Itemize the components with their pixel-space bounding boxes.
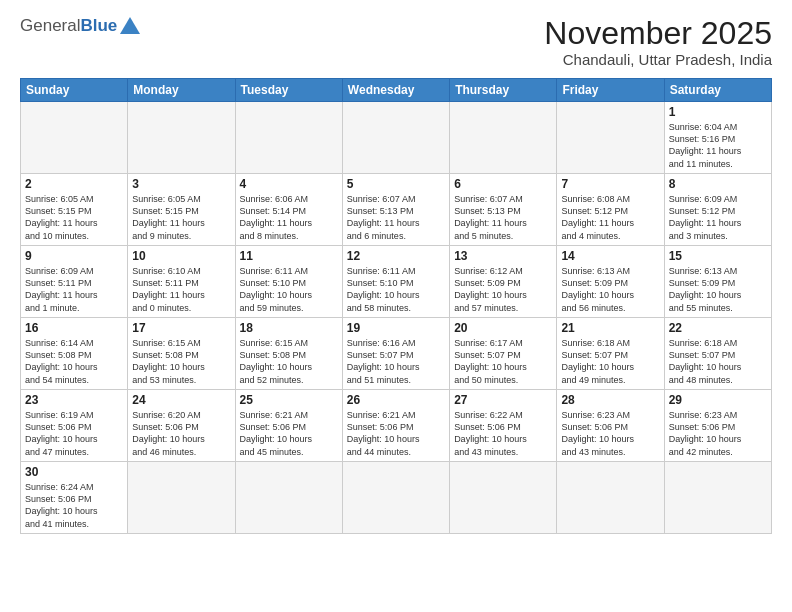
table-row: 12Sunrise: 6:11 AM Sunset: 5:10 PM Dayli… [342, 246, 449, 318]
day-info: Sunrise: 6:08 AM Sunset: 5:12 PM Dayligh… [561, 193, 659, 242]
day-number: 12 [347, 249, 445, 263]
day-number: 1 [669, 105, 767, 119]
day-info: Sunrise: 6:20 AM Sunset: 5:06 PM Dayligh… [132, 409, 230, 458]
calendar-row: 16Sunrise: 6:14 AM Sunset: 5:08 PM Dayli… [21, 318, 772, 390]
table-row: 17Sunrise: 6:15 AM Sunset: 5:08 PM Dayli… [128, 318, 235, 390]
day-info: Sunrise: 6:21 AM Sunset: 5:06 PM Dayligh… [240, 409, 338, 458]
calendar-row: 30Sunrise: 6:24 AM Sunset: 5:06 PM Dayli… [21, 462, 772, 534]
day-number: 17 [132, 321, 230, 335]
table-row: 21Sunrise: 6:18 AM Sunset: 5:07 PM Dayli… [557, 318, 664, 390]
day-number: 2 [25, 177, 123, 191]
table-row: 11Sunrise: 6:11 AM Sunset: 5:10 PM Dayli… [235, 246, 342, 318]
table-row: 24Sunrise: 6:20 AM Sunset: 5:06 PM Dayli… [128, 390, 235, 462]
day-info: Sunrise: 6:07 AM Sunset: 5:13 PM Dayligh… [454, 193, 552, 242]
table-row: 26Sunrise: 6:21 AM Sunset: 5:06 PM Dayli… [342, 390, 449, 462]
day-info: Sunrise: 6:18 AM Sunset: 5:07 PM Dayligh… [561, 337, 659, 386]
day-info: Sunrise: 6:19 AM Sunset: 5:06 PM Dayligh… [25, 409, 123, 458]
table-row [235, 462, 342, 534]
table-row: 6Sunrise: 6:07 AM Sunset: 5:13 PM Daylig… [450, 174, 557, 246]
day-number: 20 [454, 321, 552, 335]
day-info: Sunrise: 6:21 AM Sunset: 5:06 PM Dayligh… [347, 409, 445, 458]
day-info: Sunrise: 6:17 AM Sunset: 5:07 PM Dayligh… [454, 337, 552, 386]
day-number: 13 [454, 249, 552, 263]
day-info: Sunrise: 6:06 AM Sunset: 5:14 PM Dayligh… [240, 193, 338, 242]
day-info: Sunrise: 6:13 AM Sunset: 5:09 PM Dayligh… [669, 265, 767, 314]
day-number: 25 [240, 393, 338, 407]
day-info: Sunrise: 6:09 AM Sunset: 5:11 PM Dayligh… [25, 265, 123, 314]
table-row [128, 462, 235, 534]
header-saturday: Saturday [664, 79, 771, 102]
day-number: 4 [240, 177, 338, 191]
day-number: 8 [669, 177, 767, 191]
calendar-table: Sunday Monday Tuesday Wednesday Thursday… [20, 78, 772, 534]
table-row: 2Sunrise: 6:05 AM Sunset: 5:15 PM Daylig… [21, 174, 128, 246]
table-row: 7Sunrise: 6:08 AM Sunset: 5:12 PM Daylig… [557, 174, 664, 246]
table-row [21, 102, 128, 174]
table-row: 29Sunrise: 6:23 AM Sunset: 5:06 PM Dayli… [664, 390, 771, 462]
calendar-subtitle: Chandauli, Uttar Pradesh, India [544, 51, 772, 68]
day-number: 7 [561, 177, 659, 191]
calendar-row: 23Sunrise: 6:19 AM Sunset: 5:06 PM Dayli… [21, 390, 772, 462]
header-friday: Friday [557, 79, 664, 102]
table-row: 27Sunrise: 6:22 AM Sunset: 5:06 PM Dayli… [450, 390, 557, 462]
header-monday: Monday [128, 79, 235, 102]
day-number: 18 [240, 321, 338, 335]
day-number: 10 [132, 249, 230, 263]
weekday-header-row: Sunday Monday Tuesday Wednesday Thursday… [21, 79, 772, 102]
table-row [128, 102, 235, 174]
day-info: Sunrise: 6:16 AM Sunset: 5:07 PM Dayligh… [347, 337, 445, 386]
day-info: Sunrise: 6:04 AM Sunset: 5:16 PM Dayligh… [669, 121, 767, 170]
table-row: 25Sunrise: 6:21 AM Sunset: 5:06 PM Dayli… [235, 390, 342, 462]
day-info: Sunrise: 6:23 AM Sunset: 5:06 PM Dayligh… [669, 409, 767, 458]
day-info: Sunrise: 6:09 AM Sunset: 5:12 PM Dayligh… [669, 193, 767, 242]
day-info: Sunrise: 6:07 AM Sunset: 5:13 PM Dayligh… [347, 193, 445, 242]
day-number: 22 [669, 321, 767, 335]
table-row: 28Sunrise: 6:23 AM Sunset: 5:06 PM Dayli… [557, 390, 664, 462]
logo: General Blue [20, 16, 140, 36]
day-number: 29 [669, 393, 767, 407]
table-row [450, 462, 557, 534]
day-number: 24 [132, 393, 230, 407]
day-number: 6 [454, 177, 552, 191]
logo-text: General Blue [20, 16, 140, 36]
table-row: 23Sunrise: 6:19 AM Sunset: 5:06 PM Dayli… [21, 390, 128, 462]
header-sunday: Sunday [21, 79, 128, 102]
header: General Blue November 2025 Chandauli, Ut… [20, 16, 772, 68]
table-row: 1Sunrise: 6:04 AM Sunset: 5:16 PM Daylig… [664, 102, 771, 174]
logo-blue: Blue [80, 16, 117, 36]
table-row: 9Sunrise: 6:09 AM Sunset: 5:11 PM Daylig… [21, 246, 128, 318]
day-number: 26 [347, 393, 445, 407]
calendar-row: 2Sunrise: 6:05 AM Sunset: 5:15 PM Daylig… [21, 174, 772, 246]
day-info: Sunrise: 6:11 AM Sunset: 5:10 PM Dayligh… [240, 265, 338, 314]
day-number: 14 [561, 249, 659, 263]
table-row [450, 102, 557, 174]
logo-general: General [20, 16, 80, 36]
table-row [342, 462, 449, 534]
table-row [235, 102, 342, 174]
day-info: Sunrise: 6:22 AM Sunset: 5:06 PM Dayligh… [454, 409, 552, 458]
day-info: Sunrise: 6:15 AM Sunset: 5:08 PM Dayligh… [132, 337, 230, 386]
day-number: 23 [25, 393, 123, 407]
day-info: Sunrise: 6:15 AM Sunset: 5:08 PM Dayligh… [240, 337, 338, 386]
table-row: 3Sunrise: 6:05 AM Sunset: 5:15 PM Daylig… [128, 174, 235, 246]
day-info: Sunrise: 6:10 AM Sunset: 5:11 PM Dayligh… [132, 265, 230, 314]
page: General Blue November 2025 Chandauli, Ut… [0, 0, 792, 612]
title-block: November 2025 Chandauli, Uttar Pradesh, … [544, 16, 772, 68]
table-row: 20Sunrise: 6:17 AM Sunset: 5:07 PM Dayli… [450, 318, 557, 390]
day-number: 21 [561, 321, 659, 335]
table-row: 13Sunrise: 6:12 AM Sunset: 5:09 PM Dayli… [450, 246, 557, 318]
day-info: Sunrise: 6:13 AM Sunset: 5:09 PM Dayligh… [561, 265, 659, 314]
table-row [557, 462, 664, 534]
day-number: 3 [132, 177, 230, 191]
day-info: Sunrise: 6:14 AM Sunset: 5:08 PM Dayligh… [25, 337, 123, 386]
day-number: 5 [347, 177, 445, 191]
day-number: 15 [669, 249, 767, 263]
day-info: Sunrise: 6:05 AM Sunset: 5:15 PM Dayligh… [25, 193, 123, 242]
calendar-row: 9Sunrise: 6:09 AM Sunset: 5:11 PM Daylig… [21, 246, 772, 318]
logo-triangle-icon [120, 17, 140, 34]
day-number: 27 [454, 393, 552, 407]
table-row: 30Sunrise: 6:24 AM Sunset: 5:06 PM Dayli… [21, 462, 128, 534]
header-thursday: Thursday [450, 79, 557, 102]
day-info: Sunrise: 6:18 AM Sunset: 5:07 PM Dayligh… [669, 337, 767, 386]
table-row: 10Sunrise: 6:10 AM Sunset: 5:11 PM Dayli… [128, 246, 235, 318]
